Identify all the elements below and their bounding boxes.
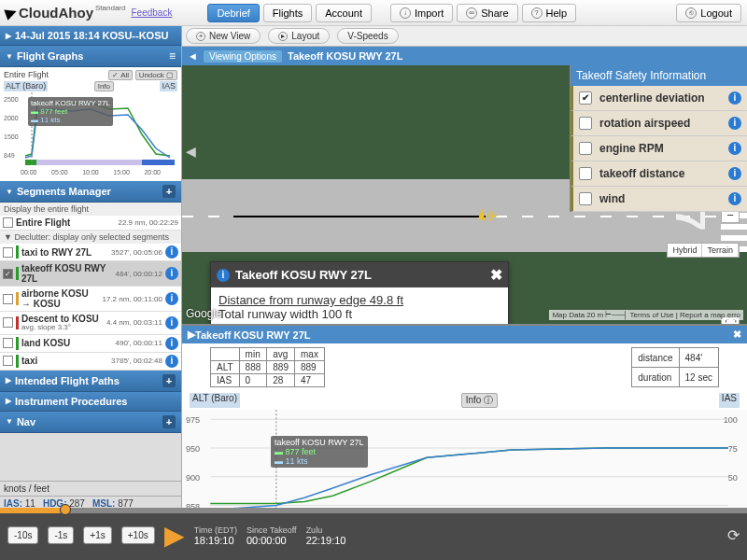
svg-text:1500: 1500 [4,133,19,140]
info-icon[interactable]: i [165,267,178,280]
time-zulu: Zulu22:19:10 [306,525,346,546]
safety-item[interactable]: rotation airspeedi [571,111,747,136]
info-icon[interactable]: i [728,167,741,180]
safety-item[interactable]: takeoff distancei [571,161,747,187]
safety-checkbox[interactable]: ✔ [579,91,592,105]
safety-checkbox[interactable] [579,142,592,155]
tab-flights[interactable]: Flights [263,4,312,22]
hamburger-icon[interactable]: ≡ [169,49,176,63]
share-button[interactable]: ∞Share [457,4,517,22]
viewing-options[interactable]: Viewing Options [204,50,282,63]
segment-checkbox[interactable] [3,338,13,348]
expand-icon[interactable]: ▶ [188,329,195,341]
map-type-toggle[interactable]: HybridTerrain [667,243,740,258]
view-title: Takeoff KOSU RWY 27L [288,50,402,62]
import-button[interactable]: ↓Import [390,4,453,22]
map-attribution[interactable]: Map Data 20 m ⊢──┤ Terms of Use | Report… [549,310,743,320]
svg-text:100: 100 [724,415,738,425]
skip-fwd-1s[interactable]: +1s [83,526,111,544]
info-button[interactable]: Info [94,81,114,91]
map[interactable]: 27 ✈ ◀ ⌖ + − HybridTerrain ⛶ iTakeoff KO… [182,65,747,324]
skip-back-1s[interactable]: -1s [48,526,74,544]
segment-item[interactable]: land KOSU490', 00:00:11i [0,335,181,353]
add-segment-button[interactable]: + [162,185,176,198]
chevron-left-icon[interactable]: ◄ [188,50,198,62]
segment-entire[interactable]: Entire Flight22.9 nm, 00:22:29 [0,216,181,231]
svg-text:849: 849 [4,152,15,159]
info-icon: i [217,269,230,282]
svg-text:900: 900 [186,473,200,483]
help-button[interactable]: ?Help [522,4,577,22]
segment-item[interactable]: Descent to KOSUavg. slope 3.3°4.4 nm, 00… [0,312,181,335]
info-icon[interactable]: i [728,91,741,105]
segment-color-bar [16,355,19,368]
svg-text:975: 975 [186,415,200,425]
flight-track [233,216,486,217]
info-icon[interactable]: i [728,142,741,155]
segment-color-bar [16,245,19,259]
chart-info-button[interactable]: Info ⓘ [461,393,498,408]
logout-button[interactable]: ⎋Logout [676,4,741,22]
info-popup: iTakeoff KOSU RWY 27L✖ Distance from run… [210,261,509,324]
safety-checkbox[interactable] [579,117,592,130]
mini-tooltip: takeoff KOSU RWY 27L▬ 877 feet▬ 11 kts [28,97,113,126]
safety-item[interactable]: engine RPMi [571,136,747,161]
svg-text:950: 950 [186,444,200,454]
flight-selector[interactable]: ▶14-Jul 2015 18:14 KOSU--KOSU [0,26,181,46]
tab-account[interactable]: Account [316,4,372,22]
layout-tab[interactable]: ▸Layout [268,28,330,44]
info-icon[interactable]: i [165,337,178,350]
info-icon[interactable]: i [728,117,741,130]
time-local: Time (EDT)18:19:10 [194,525,237,546]
popup-line2: Total runway width 100 ft [218,307,500,321]
info-icon[interactable]: i [165,316,178,329]
all-toggle[interactable]: ✓ All [108,70,133,80]
tab-debrief[interactable]: Debrief [207,4,259,22]
skip-fwd-10s[interactable]: +10s [121,526,155,544]
svg-rect-5 [25,160,36,165]
chart-close-icon[interactable]: ✖ [733,329,741,341]
panel-instrument[interactable]: ▶Instrument Procedures [0,392,181,412]
plus-icon: + [196,32,205,41]
safety-item[interactable]: windi [571,187,747,212]
segment-item[interactable]: airborne KOSU → KOSU17.2 nm, 00:11:00i [0,287,181,312]
safety-checkbox[interactable] [579,192,592,205]
play-button[interactable]: ▶ [164,520,185,551]
info-icon[interactable]: i [165,355,178,368]
feedback-link[interactable]: Feedback [131,7,172,18]
undock-button[interactable]: Undock ▢ [135,70,177,80]
segment-color-bar [16,292,19,305]
segment-item[interactable]: taxi3785', 00:02:48i [0,353,181,371]
playback-slider[interactable] [0,508,747,513]
safety-title: Takeoff Safety Information [571,65,747,86]
segment-item[interactable]: taxi to RWY 27L3527', 00:05:06i [0,244,181,261]
segment-checkbox[interactable] [3,317,13,328]
info-icon[interactable]: i [165,245,178,259]
slider-knob[interactable] [60,504,71,515]
segment-checkbox[interactable] [3,294,13,304]
chart-tooltip: takeoff KOSU RWY 27L▬ 877 feet▬ 11 kts [271,436,368,468]
info-icon[interactable]: i [728,192,741,205]
new-view-tab[interactable]: +New View [186,28,261,44]
app-logo: CloudAhoyStandard [6,5,125,21]
panel-segments[interactable]: ▼Segments Manager+ [0,181,181,203]
vspeeds-tab[interactable]: V-Speeds [337,28,398,44]
svg-rect-6 [142,160,175,165]
skip-back-10s[interactable]: -10s [7,526,38,544]
panel-paths[interactable]: ▶Intended Flight Paths+ [0,371,181,392]
panel-flight-graphs[interactable]: ▼Flight Graphs≡ [0,46,181,67]
map-pan-left-icon[interactable]: ◀ [186,144,196,159]
mini-graph[interactable]: Entire Flight✓ All Undock ▢ ALT (Baro)In… [0,67,181,181]
loop-icon[interactable]: ⟳ [727,526,740,544]
segment-checkbox[interactable] [3,247,13,258]
segment-checkbox[interactable] [3,356,13,366]
info-icon[interactable]: i [165,292,178,305]
close-icon[interactable]: ✖ [490,266,502,284]
help-icon: ? [531,7,543,19]
popup-line1: Distance from runway edge 49.8 ft [218,293,500,307]
segment-item[interactable]: ✓takeoff KOSU RWY 27L484', 00:00:12i [0,261,181,287]
safety-item[interactable]: ✔centerline deviationi [571,86,747,111]
segment-checkbox[interactable]: ✓ [3,269,13,279]
panel-nav[interactable]: ▼Nav+ [0,412,181,433]
safety-checkbox[interactable] [579,167,592,180]
